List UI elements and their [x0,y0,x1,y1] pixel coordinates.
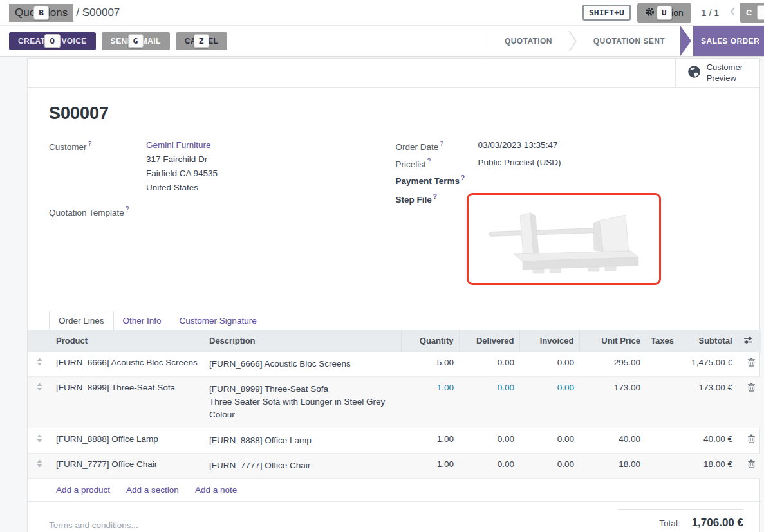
trash-icon [747,434,756,443]
page-title: S00007 [49,104,743,124]
cell-product[interactable]: [FURN_8999] Three-Seat Sofa [51,376,204,428]
cell-quantity[interactable]: 1.00 [401,453,459,478]
cell-invoiced[interactable]: 0.00 [519,428,579,453]
row-drag-handle[interactable] [28,352,51,377]
cell-invoiced[interactable]: 0.00 [519,453,579,478]
terms-and-conditions-input[interactable]: Terms and conditions... [28,514,414,530]
delete-row-button[interactable] [738,428,761,453]
cell-unit-price[interactable]: 18.00 [579,453,646,478]
sheet-button-box: Customer Preview [28,59,759,88]
status-step-sales-order[interactable]: SALES ORDER [680,26,764,56]
cell-delivered[interactable]: 0.00 [459,453,519,478]
cell-subtotal: 18.00 € [675,453,738,478]
send-email-button[interactable]: SEND EMAIL G [102,32,170,50]
cell-subtotal: 173.00 € [675,376,738,428]
create-button-label: C [746,8,752,17]
pricelist-value[interactable]: Public Pricelist (USD) [478,158,561,169]
cell-description[interactable]: [FURN_8888] Office Lamp [204,428,401,453]
hint-badge-create-invoice: Q [44,34,60,48]
table-row[interactable]: [FURN_8999] Three-Seat Sofa [FURN_8999] … [28,376,761,428]
delete-row-button[interactable] [738,453,761,478]
cell-unit-price[interactable]: 295.00 [579,352,646,377]
add-a-product-link[interactable]: Add a product [56,485,110,495]
cell-taxes[interactable] [646,376,675,428]
cell-delivered[interactable]: 0.00 [459,428,519,453]
cell-taxes[interactable] [646,453,675,478]
pager-previous-button[interactable] [725,6,740,19]
drag-handle-icon [36,459,43,468]
status-separator-icon [568,26,578,57]
action-menu-button[interactable]: Action U [637,3,691,23]
help-icon: ? [461,174,465,181]
row-drag-handle[interactable] [28,453,51,478]
cell-product[interactable]: [FURN_6666] Acoustic Bloc Screens [51,352,204,377]
customer-preview-button[interactable]: Customer Preview [675,59,759,87]
status-step-sales-order-label: SALES ORDER [693,26,764,56]
cell-product[interactable]: [FURN_7777] Office Chair [51,453,204,478]
customer-field-label: Customer? [49,140,146,197]
gear-icon [645,7,655,19]
cell-invoiced[interactable]: 0.00 [519,376,579,428]
drag-handle-icon [36,434,43,443]
breadcrumb-bar: Quotations B / S00007 SHIFT+U Action U 1… [0,0,764,26]
help-icon: ? [427,158,431,165]
cell-quantity[interactable]: 1.00 [401,376,459,428]
column-header-description[interactable]: Description [204,330,401,352]
table-row[interactable]: [FURN_8888] Office Lamp [FURN_8888] Offi… [28,428,761,453]
cell-quantity[interactable]: 5.00 [401,352,459,377]
add-a-section-link[interactable]: Add a section [126,485,179,495]
trash-icon [747,358,756,367]
column-header-invoiced[interactable]: Invoiced [519,330,579,352]
order-lines-table: Product Description Quantity Delivered I… [28,330,761,502]
create-invoice-button[interactable]: CREATE INVOICE Q [9,32,96,50]
cell-description[interactable]: [FURN_7777] Office Chair [204,453,401,478]
cancel-button[interactable]: CANCEL Z [176,32,227,50]
row-drag-handle[interactable] [28,428,51,453]
cell-taxes[interactable] [646,352,675,377]
tab-customer-signature[interactable]: Customer Signature [171,311,266,330]
drag-handle-icon [36,358,43,366]
cell-unit-price[interactable]: 40.00 [579,428,646,453]
column-header-quantity[interactable]: Quantity [401,330,459,352]
table-header-row: Product Description Quantity Delivered I… [28,330,761,352]
optional-columns-button[interactable] [738,330,761,352]
status-step-quotation-sent[interactable]: QUOTATION SENT [578,26,680,56]
status-arrow-icon [680,26,691,56]
create-button-clipped[interactable]: C [740,3,764,23]
cell-delivered[interactable]: 0.00 [459,352,519,377]
cell-delivered[interactable]: 0.00 [459,376,519,428]
column-header-product[interactable]: Product [51,330,204,352]
column-header-unit-price[interactable]: Unit Price [579,330,646,352]
delete-row-button[interactable] [738,376,761,428]
cell-product[interactable]: [FURN_8888] Office Lamp [51,428,204,453]
cell-quantity[interactable]: 1.00 [401,428,459,453]
column-header-taxes[interactable]: Taxes [646,330,675,352]
drag-handle-column-header [28,330,51,352]
tab-other-info[interactable]: Other Info [114,311,171,330]
tab-order-lines[interactable]: Order Lines [49,311,114,330]
cell-taxes[interactable] [646,428,675,453]
step-file-preview[interactable] [467,193,661,285]
total-label: Total: [659,518,680,528]
cell-description[interactable]: [FURN_8999] Three-Seat Sofa Three Seater… [204,376,401,428]
table-row[interactable]: [FURN_6666] Acoustic Bloc Screens [FURN_… [28,352,761,377]
row-drag-handle[interactable] [28,376,51,428]
order-date-field-label: Order Date? [396,140,478,152]
order-date-value[interactable]: 03/03/2023 13:35:47 [478,140,558,152]
help-icon: ? [433,193,437,200]
cell-unit-price[interactable]: 173.00 [579,376,646,428]
add-a-note-link[interactable]: Add a note [195,485,237,495]
totals-block: Total: 1,706.00 € [618,509,743,529]
delete-row-button[interactable] [738,352,761,377]
cell-invoiced[interactable]: 0.00 [519,352,579,377]
status-step-quotation[interactable]: QUOTATION [489,26,568,56]
hint-badge-create [757,5,764,20]
column-sliders-icon [743,336,753,344]
table-row[interactable]: [FURN_7777] Office Chair [FURN_7777] Off… [28,453,761,478]
customer-link[interactable]: Gemini Furniture [146,140,218,150]
breadcrumb-quotations[interactable]: Quotations B [9,4,73,22]
column-header-subtotal[interactable]: Subtotal [675,330,738,352]
column-header-delivered[interactable]: Delivered [459,330,519,352]
cell-description[interactable]: [FURN_6666] Acoustic Bloc Screens [204,352,401,377]
quotation-template-field-label: Quotation Template? [49,206,146,217]
